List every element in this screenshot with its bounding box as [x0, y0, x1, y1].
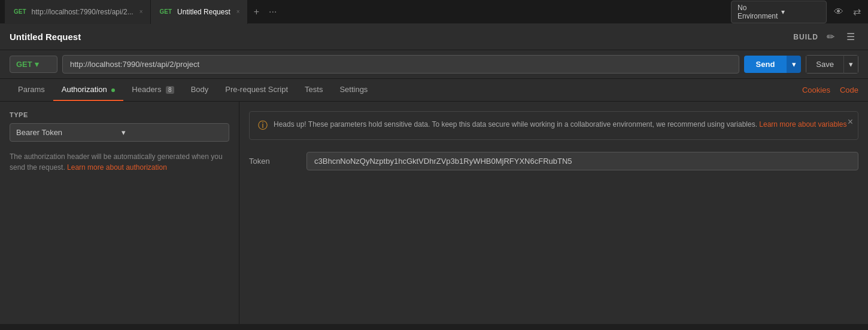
tab-untitled-label: Untitled Request	[177, 8, 230, 16]
save-button-group: Save ▾	[806, 55, 858, 74]
save-button[interactable]: Save	[806, 55, 843, 74]
code-link[interactable]: Code	[840, 85, 858, 94]
warning-text: Heads up! These parameters hold sensitiv…	[274, 119, 846, 130]
url-input[interactable]	[62, 55, 739, 74]
more-tabs-button[interactable]: ···	[265, 4, 280, 20]
title-actions: BUILD ✏ ☰	[793, 29, 858, 45]
auth-left-panel: TYPE Bearer Token ▾ The authorization he…	[0, 102, 239, 324]
document-icon[interactable]: ☰	[843, 29, 858, 45]
tab-method-badge: GET	[12, 8, 28, 16]
token-input[interactable]	[306, 152, 858, 170]
tab-body[interactable]: Body	[183, 79, 217, 101]
tab-headers-label: Headers	[132, 85, 161, 94]
token-row: Token	[249, 152, 858, 170]
warning-box: ⓘ Heads up! These parameters hold sensit…	[249, 111, 858, 140]
tab-authorization[interactable]: Authorization	[53, 79, 124, 101]
tab-params[interactable]: Params	[10, 79, 53, 101]
warning-icon: ⓘ	[258, 120, 268, 132]
headers-badge: 8	[166, 86, 174, 94]
tab-bar-right: No Environment ▾ 👁 ⇄	[731, 1, 863, 23]
cookies-link[interactable]: Cookies	[802, 85, 830, 94]
warning-message: Heads up! These parameters hold sensitiv…	[274, 120, 757, 129]
send-button[interactable]: Send	[744, 56, 787, 73]
tab-untitled-method-badge: GET	[158, 8, 174, 16]
auth-note: The authorization header will be automat…	[10, 151, 229, 173]
page-title: Untitled Request	[10, 32, 793, 42]
content-area: TYPE Bearer Token ▾ The authorization he…	[0, 102, 868, 324]
tab-tests-label: Tests	[305, 85, 323, 94]
warning-learn-more-link[interactable]: Learn more about variables	[759, 120, 846, 129]
tab-bar: GET http://localhost:7990/rest/api/2... …	[0, 0, 868, 24]
tab-body-label: Body	[191, 85, 209, 94]
eye-icon[interactable]: 👁	[831, 4, 846, 20]
save-dropdown-button[interactable]: ▾	[843, 55, 858, 74]
tab-headers[interactable]: Headers 8	[123, 79, 182, 101]
chevron-down-icon: ▾	[122, 128, 223, 137]
tab-api[interactable]: GET http://localhost:7990/rest/api/2... …	[5, 0, 151, 24]
tab-api-label: http://localhost:7990/rest/api/2...	[32, 8, 133, 16]
chevron-down-icon: ▾	[35, 60, 39, 69]
chevron-down-icon: ▾	[781, 8, 820, 16]
tab-prerequest-label: Pre-request Script	[225, 85, 288, 94]
settings-icon[interactable]: ⇄	[851, 4, 863, 20]
tab-actions: + ···	[250, 4, 281, 20]
type-label: TYPE	[10, 111, 229, 118]
title-bar: Untitled Request BUILD ✏ ☰	[0, 24, 868, 50]
close-icon[interactable]: ×	[139, 8, 143, 15]
auth-learn-more-link[interactable]: Learn more about authorization	[67, 163, 167, 172]
close-icon[interactable]: ×	[236, 8, 240, 15]
tab-untitled[interactable]: GET Untitled Request ×	[151, 0, 248, 24]
auth-right-panel: ⓘ Heads up! These parameters hold sensit…	[239, 102, 868, 324]
tab-prerequest[interactable]: Pre-request Script	[217, 79, 296, 101]
tab-settings-label: Settings	[339, 85, 368, 94]
edit-icon[interactable]: ✏	[823, 29, 838, 45]
tabs-right-links: Cookies Code	[802, 85, 858, 94]
tab-params-label: Params	[18, 85, 45, 94]
type-value: Bearer Token	[16, 128, 118, 137]
tab-authorization-label: Authorization	[62, 85, 107, 94]
warning-close-button[interactable]: ×	[848, 117, 853, 127]
authorization-dot	[111, 88, 115, 92]
add-tab-button[interactable]: +	[250, 4, 263, 20]
request-tabs: Params Authorization Headers 8 Body Pre-…	[0, 79, 868, 102]
method-selector[interactable]: GET ▾	[10, 56, 57, 73]
tab-tests[interactable]: Tests	[296, 79, 331, 101]
environment-selector[interactable]: No Environment ▾	[731, 1, 827, 23]
send-button-group: Send ▾	[744, 56, 802, 73]
send-dropdown-button[interactable]: ▾	[787, 56, 801, 73]
build-button[interactable]: BUILD	[793, 33, 818, 41]
env-label: No Environment	[738, 4, 778, 20]
type-dropdown[interactable]: Bearer Token ▾	[10, 123, 229, 142]
token-label: Token	[249, 157, 297, 166]
method-label: GET	[16, 60, 32, 69]
tab-settings[interactable]: Settings	[331, 79, 376, 101]
url-bar: GET ▾ Send ▾ Save ▾	[0, 50, 868, 79]
